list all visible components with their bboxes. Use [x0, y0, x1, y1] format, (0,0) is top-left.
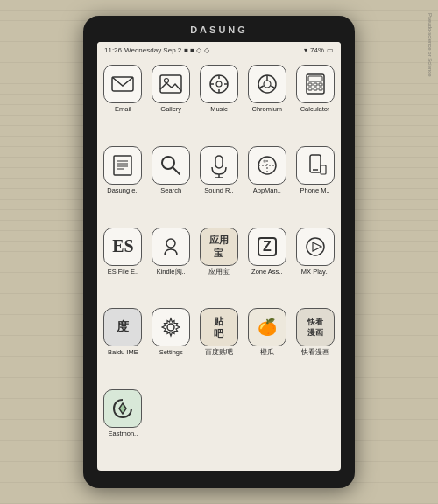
- app-mxplay[interactable]: MX Play..: [293, 226, 337, 304]
- status-time: 11:26: [104, 46, 122, 54]
- svg-rect-21: [319, 88, 322, 90]
- screen: 11:26 Wednesday Sep 2 ■ ■ ◇ ◇ ▾ 74% ▭: [97, 42, 341, 471]
- mxplay-label: MX Play..: [301, 268, 329, 276]
- gallery-icon: [152, 65, 190, 103]
- status-bar: 11:26 Wednesday Sep 2 ■ ■ ◇ ◇ ▾ 74% ▭: [97, 42, 341, 58]
- esfile-icon: ES: [103, 228, 142, 266]
- svg-rect-14: [307, 74, 324, 94]
- email-label: Email: [115, 105, 131, 113]
- dasung-label: Dasung e..: [107, 186, 138, 194]
- chromium-label: Chromium: [251, 105, 282, 113]
- status-left: 11:26 Wednesday Sep 2 ■ ■ ◇ ◇: [104, 46, 209, 54]
- settings-label: Settings: [159, 348, 183, 356]
- settings-icon: [152, 308, 190, 346]
- svg-marker-42: [313, 242, 321, 251]
- app-dasung[interactable]: Dasung e..: [101, 144, 145, 222]
- app-kuaikan[interactable]: 快看漫画 快看漫画: [293, 306, 337, 384]
- yingyongbao-label: 应用宝: [208, 268, 230, 276]
- svg-rect-19: [308, 88, 312, 90]
- sound-label: Sound R..: [204, 186, 233, 194]
- battery-level: 74%: [310, 46, 324, 54]
- device-brand: DASUNG: [190, 24, 248, 35]
- kuaikan-label: 快看漫画: [301, 348, 329, 356]
- svg-rect-22: [114, 156, 131, 175]
- eastmon-icon: [103, 389, 142, 428]
- app-settings[interactable]: Settings: [149, 306, 194, 384]
- gallery-label: Gallery: [160, 105, 181, 113]
- calculator-icon: [296, 65, 335, 103]
- music-label: Music: [210, 105, 228, 113]
- battery-icon: ▭: [327, 46, 334, 54]
- svg-point-4: [216, 81, 222, 87]
- mxplay-icon: [296, 228, 335, 266]
- svg-rect-38: [321, 165, 326, 174]
- chenggua-icon: 🍊: [248, 308, 286, 346]
- app-appman[interactable]: ❄ AppMan..: [244, 144, 289, 222]
- chromium-icon: [248, 65, 286, 103]
- sound-icon: [200, 146, 238, 185]
- svg-rect-17: [314, 83, 317, 86]
- status-date: Wednesday Sep 2: [124, 46, 181, 54]
- calculator-label: Calculator: [300, 105, 330, 113]
- device: DASUNG 11:26 Wednesday Sep 2 ■ ■ ◇ ◇ ▾ 7…: [83, 16, 355, 488]
- zoneass-label: Zone Ass..: [251, 268, 282, 276]
- svg-point-10: [264, 80, 271, 88]
- esfile-label: ES File E..: [108, 268, 138, 276]
- app-baidutie[interactable]: 贴吧 百度贴吧: [197, 306, 242, 384]
- app-email[interactable]: Email: [101, 63, 145, 141]
- svg-point-43: [167, 324, 174, 331]
- app-sound[interactable]: Sound R..: [197, 144, 242, 222]
- yingyongbao-icon: 应用宝: [200, 228, 238, 266]
- appman-label: AppMan..: [253, 186, 281, 194]
- app-chromium[interactable]: Chromium: [244, 63, 289, 141]
- svg-point-39: [166, 239, 175, 248]
- status-icons: ■ ■ ◇ ◇: [184, 46, 208, 54]
- baidutie-icon: 贴吧: [200, 308, 238, 346]
- status-right: ▾ 74% ▭: [304, 46, 334, 54]
- zoneass-icon: Z: [248, 228, 286, 266]
- app-phone[interactable]: Phone M..: [293, 144, 337, 222]
- music-icon: [200, 65, 238, 103]
- kuaikan-icon: 快看漫画: [296, 308, 335, 346]
- app-gallery[interactable]: Gallery: [149, 63, 194, 141]
- app-chenggua[interactable]: 🍊 橙瓜: [244, 306, 289, 384]
- search-label: Search: [160, 186, 181, 194]
- app-zoneass[interactable]: Z Zone Ass..: [244, 226, 289, 304]
- wifi-icon: ▾: [304, 46, 307, 54]
- svg-rect-15: [308, 76, 322, 81]
- dasung-icon: [103, 146, 142, 185]
- svg-rect-20: [314, 88, 317, 90]
- svg-rect-1: [160, 75, 181, 93]
- app-search[interactable]: Search: [149, 144, 194, 222]
- baiduime-icon: 度: [103, 308, 142, 346]
- app-baiduime[interactable]: 度 Baidu IME: [101, 306, 145, 384]
- phone-icon: [296, 146, 335, 185]
- svg-rect-18: [319, 83, 322, 86]
- svg-point-2: [165, 79, 169, 83]
- svg-line-28: [173, 167, 180, 174]
- app-eastmon[interactable]: Eastmon..: [101, 388, 145, 466]
- kindle-icon: [152, 228, 190, 266]
- app-kindle[interactable]: Kindle阅..: [149, 226, 194, 304]
- chenggua-label: 橙瓜: [260, 348, 274, 356]
- phone-label: Phone M..: [300, 186, 329, 194]
- baidutie-label: 百度贴吧: [205, 348, 233, 356]
- app-yingyongbao[interactable]: 应用宝 应用宝: [197, 226, 242, 304]
- svg-rect-16: [308, 83, 312, 86]
- app-esfile[interactable]: ES ES File E..: [101, 226, 145, 304]
- svg-text:❄: ❄: [263, 158, 266, 164]
- app-music[interactable]: Music: [197, 63, 242, 141]
- eastmon-label: Eastmon..: [109, 430, 138, 438]
- app-grid: Email Gallery: [97, 58, 341, 471]
- email-icon: [103, 65, 142, 103]
- appman-icon: ❄: [248, 146, 286, 185]
- app-calculator[interactable]: Calculator: [293, 63, 337, 141]
- search-app-icon: [152, 146, 190, 185]
- kindle-label: Kindle阅..: [157, 268, 186, 276]
- baiduime-label: Baidu IME: [108, 348, 138, 356]
- svg-rect-29: [215, 156, 223, 168]
